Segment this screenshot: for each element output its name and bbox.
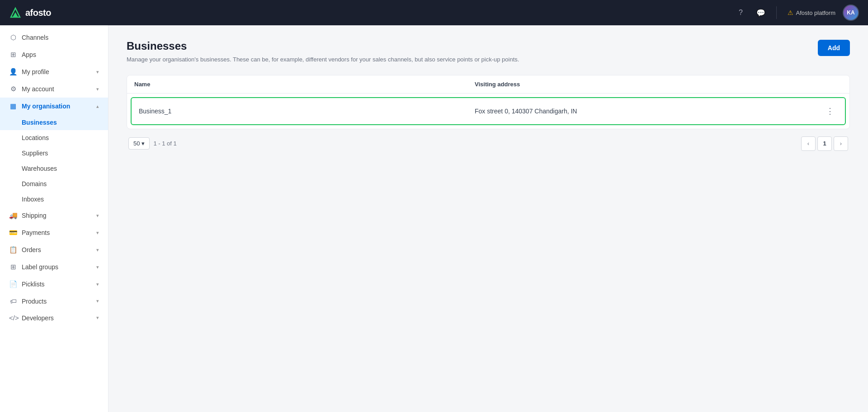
chat-button[interactable]: 💬 — [753, 5, 769, 21]
sidebar-item-label-groups[interactable]: ⊞ Label groups ▾ — [0, 258, 108, 276]
platform-switcher[interactable]: ⚠ Afosto platform — [784, 7, 839, 18]
sidebar-label-my-account: My account — [22, 85, 92, 93]
sidebar-item-my-organisation[interactable]: ▦ My organisation ▴ — [0, 98, 108, 115]
current-page-button[interactable]: 1 — [817, 136, 832, 151]
page-header: Businesses Manage your organisation's bu… — [127, 40, 850, 64]
sidebar-item-payments[interactable]: 💳 Payments ▾ — [0, 224, 108, 241]
chevron-down-icon: ▾ — [96, 281, 99, 287]
sidebar-item-products[interactable]: 🏷 Products ▾ — [0, 293, 108, 309]
sidebar-label-developers: Developers — [22, 314, 92, 322]
layout: ⬡ Channels ⊞ Apps 👤 My profile ▾ ⚙ My ac… — [0, 25, 868, 412]
chevron-down-icon: ▾ — [96, 298, 99, 304]
chevron-down-icon: ▾ — [96, 230, 99, 236]
sidebar-item-inboxes[interactable]: Inboxes — [0, 192, 108, 207]
sidebar-label-picklists: Picklists — [22, 281, 92, 288]
afosto-logo-icon — [9, 6, 22, 19]
table-row[interactable]: Business_1 Fox street 0, 140307 Chandiga… — [131, 97, 846, 125]
sidebar: ⬡ Channels ⊞ Apps 👤 My profile ▾ ⚙ My ac… — [0, 25, 108, 412]
sidebar-label-my-profile: My profile — [22, 68, 92, 75]
chevron-down-icon: ▾ — [96, 213, 99, 219]
sidebar-label-orders: Orders — [22, 246, 92, 253]
picklists-icon: 📄 — [9, 280, 17, 288]
pagination-left: 50 ▾ 1 - 1 of 1 — [128, 137, 177, 150]
channels-icon: ⬡ — [9, 33, 17, 42]
chat-icon: 💬 — [756, 9, 765, 17]
sidebar-label-label-groups: Label groups — [22, 263, 92, 271]
profile-icon: 👤 — [9, 68, 17, 76]
sidebar-label-channels: Channels — [22, 34, 99, 41]
col-actions-header — [815, 81, 842, 88]
col-name-header: Name — [134, 81, 475, 88]
per-page-chevron: ▾ — [142, 140, 145, 147]
sidebar-item-channels[interactable]: ⬡ Channels — [0, 29, 108, 46]
sidebar-label-my-organisation: My organisation — [22, 103, 92, 110]
sidebar-item-locations[interactable]: Locations — [0, 130, 108, 145]
pagination-right: ‹ 1 › — [801, 136, 848, 151]
logo[interactable]: afosto — [9, 6, 51, 19]
page-title: Businesses — [127, 40, 519, 52]
sidebar-label-shipping: Shipping — [22, 212, 92, 219]
logo-text: afosto — [25, 8, 51, 18]
page-description: Manage your organisation's businesses. T… — [127, 55, 519, 64]
sidebar-item-my-account[interactable]: ⚙ My account ▾ — [0, 80, 108, 98]
chevron-up-icon: ▴ — [96, 103, 99, 109]
sidebar-item-businesses[interactable]: Businesses — [0, 115, 108, 130]
payments-icon: 💳 — [9, 229, 17, 237]
row-more-button[interactable]: ⋮ — [822, 104, 838, 118]
shipping-icon: 🚚 — [9, 211, 17, 220]
prev-page-button[interactable]: ‹ — [801, 136, 816, 151]
help-button[interactable]: ? — [733, 5, 749, 21]
sidebar-item-suppliers[interactable]: Suppliers — [0, 145, 108, 161]
avatar-initials: KA — [847, 9, 854, 16]
sidebar-item-developers[interactable]: </> Developers ▾ — [0, 309, 108, 326]
account-icon: ⚙ — [9, 85, 17, 93]
chevron-down-icon: ▾ — [96, 86, 99, 92]
add-button[interactable]: Add — [818, 40, 850, 56]
products-icon: 🏷 — [9, 297, 17, 305]
organisation-icon: ▦ — [9, 102, 17, 110]
chevron-down-icon: ▾ — [96, 315, 99, 321]
sidebar-label-apps: Apps — [22, 51, 99, 58]
sidebar-item-shipping[interactable]: 🚚 Shipping ▾ — [0, 207, 108, 224]
apps-icon: ⊞ — [9, 51, 17, 59]
user-avatar[interactable]: KA — [843, 5, 859, 21]
platform-label: Afosto platform — [796, 9, 835, 16]
page-header-text: Businesses Manage your organisation's bu… — [127, 40, 519, 64]
sidebar-item-my-profile[interactable]: 👤 My profile ▾ — [0, 63, 108, 80]
developers-icon: </> — [9, 314, 17, 322]
sidebar-item-domains[interactable]: Domains — [0, 176, 108, 192]
sidebar-label-products: Products — [22, 298, 92, 305]
sidebar-item-warehouses[interactable]: Warehouses — [0, 161, 108, 176]
chevron-down-icon: ▾ — [96, 69, 99, 75]
pagination: 50 ▾ 1 - 1 of 1 ‹ 1 › — [127, 136, 850, 151]
business-name: Business_1 — [139, 101, 475, 121]
sidebar-item-orders[interactable]: 📋 Orders ▾ — [0, 241, 108, 258]
next-page-button[interactable]: › — [834, 136, 848, 151]
topnav-actions: ? 💬 ⚠ Afosto platform KA — [733, 5, 859, 21]
per-page-value: 50 — [133, 140, 140, 147]
help-icon: ? — [739, 9, 743, 17]
col-address-header: Visiting address — [475, 81, 815, 88]
sidebar-label-payments: Payments — [22, 229, 92, 236]
nav-divider — [776, 6, 777, 19]
per-page-select[interactable]: 50 ▾ — [128, 137, 150, 150]
chevron-down-icon: ▾ — [96, 247, 99, 253]
row-actions: ⋮ — [811, 98, 838, 124]
top-navigation: afosto ? 💬 ⚠ Afosto platform KA — [0, 0, 868, 25]
table-header: Name Visiting address — [127, 75, 849, 94]
orders-icon: 📋 — [9, 246, 17, 254]
warning-icon: ⚠ — [788, 9, 793, 16]
sidebar-item-apps[interactable]: ⊞ Apps — [0, 46, 108, 63]
label-groups-icon: ⊞ — [9, 263, 17, 271]
businesses-table: Name Visiting address Business_1 Fox str… — [127, 75, 850, 129]
main-content: Businesses Manage your organisation's bu… — [108, 25, 868, 412]
pagination-info: 1 - 1 of 1 — [153, 140, 176, 147]
business-address: Fox street 0, 140307 Chandigarh, IN — [475, 101, 811, 121]
sidebar-item-picklists[interactable]: 📄 Picklists ▾ — [0, 276, 108, 293]
chevron-down-icon: ▾ — [96, 264, 99, 270]
